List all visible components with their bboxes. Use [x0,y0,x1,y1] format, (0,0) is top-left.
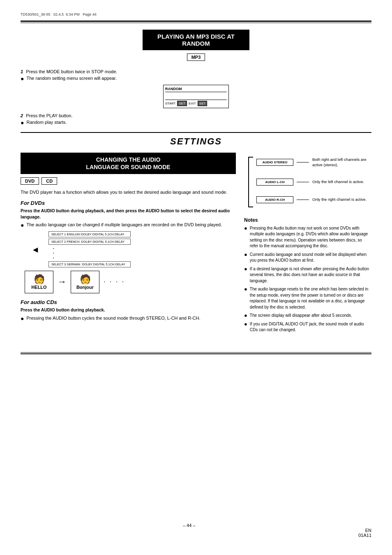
page-meta: TD530/601_36-55 02.4.5 6:34 PM Page 44 [21,12,371,16]
for-audio-cds-section: For audio CDs Press the AUDIO button dur… [21,299,236,321]
dvd-screen-2: SELECT 2 FRENCH DOLBY DIGITAL 5.1CH DELA… [48,239,131,245]
section-divider [21,132,371,133]
bullet1: ● The random setting menu screen will ap… [21,76,371,81]
note-5: ● The screen display will disappear afte… [244,313,371,319]
audio-mode-lch-row: AUDIO L-CH Only the left channel is acti… [256,179,371,186]
dvd-bullet: ● The audio language can be changed if m… [21,222,236,228]
footer-code: EN 01A11 [357,523,371,543]
audio-rch-screen: AUDIO R-CH [256,196,293,203]
audio-stereo-screen: AUDIO STEREO [256,159,293,166]
for-audio-cds-title: For audio CDs [21,299,236,305]
step1: 1 Press the MODE button twice in STOP mo… [21,69,371,74]
dvd-screens-diagram: ◀ SELECT 1 ENGLISH DOLBY DIGITAL 5.1CH D… [33,231,236,267]
note-6: ● If you use DIGITAL AUDIO OUT jack, the… [244,321,371,333]
bullet2: ● Random play starts. [21,120,371,125]
dvd-badge: DVD [21,177,39,185]
dvd-screen-3: SELECT 3 GERMAN DOLBY DIGITAL 5.1CH DELA… [48,261,131,267]
audio-modes-display: AUDIO STEREO Both right and left channel… [248,157,371,207]
notes-section: Notes ● Pressing the Audio button may no… [244,217,371,333]
char-illustration: 🧑 HELLO → 🧑 Bonjour · · · · [25,271,236,293]
notes-title: Notes [244,217,371,223]
settings-heading: SETTINGS [21,136,371,147]
page-footer: – 44 – EN 01A11 [0,523,392,543]
for-dvds-title: For DVDs [21,200,236,206]
note-3: ● If a desired language is not shown aft… [244,266,371,284]
note-4: ● The audio language resets to the one w… [244,286,371,310]
random-screen: RANDOM START SET EXIT SET [163,85,229,108]
audio-lch-desc: Only the left channel is active. [312,179,371,184]
note-1: ● Pressing the Audio button may not work… [244,225,371,249]
audio-title-box: CHANGING THE AUDIO LANGUAGE OR SOUND MOD… [21,153,236,174]
footer-page-num: – 44 – [21,523,357,543]
audio-mode-rch-row: AUDIO R-CH Only the right channel is act… [256,196,371,203]
cd-bullet: ● Pressing the AUDIO button cycles the s… [21,316,236,321]
mp3-badge: MP3 [187,53,205,61]
audio-lch-screen: AUDIO L-CH [256,179,293,186]
mp3-section: PLAYING AN MP3 DISC AT RANDOM MP3 1 Pres… [21,30,371,125]
audio-rch-desc: Only the right channel is active. [312,197,371,202]
audio-stereo-desc: Both right and left channels are active … [312,157,371,168]
cd-instruction: Press the AUDIO button during playback. [21,307,236,313]
dvd-instruction: Press the AUDIO button during playback, … [21,208,236,220]
step2: 2 Press the PLAY button. [21,113,371,118]
for-dvds-section: For DVDs Press the AUDIO button during p… [21,200,236,293]
mp3-title-box: PLAYING AN MP3 DISC AT RANDOM [143,30,249,50]
dvd-screen-1: SELECT 1 ENGLISH DOLBY DIGITAL 5.1CH DEL… [48,231,131,237]
audio-description: The DVD player has a function which allo… [21,189,236,196]
note-2: ● Current audio language and sound mode … [244,252,371,264]
audio-mode-stereo-row: AUDIO STEREO Both right and left channel… [256,157,371,168]
cd-badge: CD [42,177,57,185]
